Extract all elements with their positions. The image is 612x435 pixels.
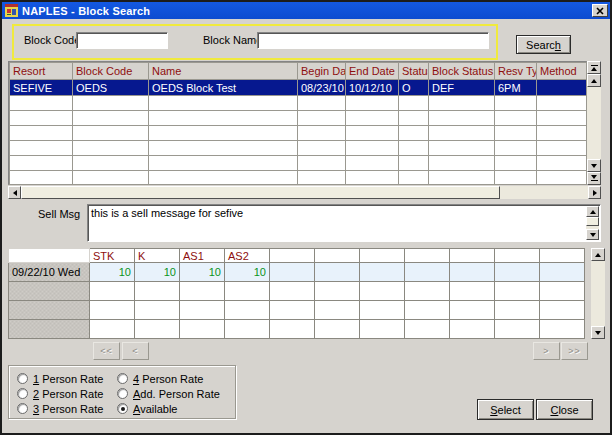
radio-icon[interactable] [117, 388, 128, 399]
rate-grid-scroll-up-button[interactable] [591, 248, 605, 261]
radio-option-2-person-rate[interactable]: 2 Person Rate [17, 387, 103, 400]
table-row-empty [10, 126, 588, 141]
column-header: Resort [10, 63, 73, 80]
table-cell[interactable]: DEF [429, 80, 495, 96]
arrow-right-icon [593, 190, 597, 196]
radio-icon[interactable] [117, 373, 128, 384]
rate-cell [90, 282, 135, 301]
rate-cell [540, 320, 585, 339]
rate-column-header [270, 249, 315, 263]
sell-msg-scroll-down-button[interactable] [586, 229, 599, 240]
scroll-left-button[interactable] [8, 186, 21, 199]
rate-cell [180, 282, 225, 301]
table-row[interactable]: SEFIVEOEDSOEDS Block Test08/23/1010/12/1… [10, 80, 588, 96]
sell-msg-scrollbar[interactable] [586, 206, 599, 240]
close-button[interactable]: Close [536, 399, 593, 420]
block-code-input[interactable] [76, 32, 168, 49]
radio-option-1-person-rate[interactable]: 1 Person Rate [17, 372, 103, 385]
rate-grid-container: STKKAS1AS209/22/10 Wed10101010 [8, 248, 585, 339]
rate-cell [270, 301, 315, 320]
rate-cell [495, 320, 540, 339]
scroll-top-icon [591, 65, 598, 66]
select-button[interactable]: Select [477, 399, 534, 420]
scroll-right-button[interactable] [588, 186, 601, 199]
rate-cell [225, 282, 270, 301]
rate-grid-row [9, 301, 585, 320]
sell-msg-text: this is a sell message for sefive [91, 207, 584, 219]
rate-cell [450, 320, 495, 339]
rate-cell [180, 320, 225, 339]
radio-icon[interactable] [17, 403, 28, 414]
rate-column-header: STK [90, 249, 135, 263]
block-name-input[interactable] [257, 32, 489, 49]
radio-option-add-person-rate[interactable]: Add. Person Rate [117, 387, 220, 400]
rate-cell [90, 320, 135, 339]
table-cell[interactable]: SEFIVE [10, 80, 73, 96]
last-page-button[interactable]: >> [561, 342, 588, 360]
scroll-up-button[interactable] [587, 74, 601, 87]
search-button[interactable]: Search [516, 35, 571, 54]
radio-icon[interactable] [17, 388, 28, 399]
radio-option-available[interactable]: Available [117, 402, 177, 415]
next-page-button[interactable]: > [533, 342, 560, 360]
rate-cell [180, 301, 225, 320]
first-page-button[interactable]: << [93, 342, 120, 360]
arrow-down-icon [591, 164, 597, 168]
radio-option-4-person-rate[interactable]: 4 Person Rate [117, 372, 203, 385]
sell-msg-textarea[interactable]: this is a sell message for sefive [87, 204, 601, 242]
column-header: Name [149, 63, 298, 80]
radio-label: 1 Person Rate [33, 373, 103, 385]
rate-grid-scrollbar[interactable] [591, 248, 605, 339]
radio-label: 2 Person Rate [33, 388, 103, 400]
rate-cell [450, 301, 495, 320]
rate-cell [360, 282, 405, 301]
rate-cell [495, 301, 540, 320]
table-row-empty [10, 141, 588, 156]
column-header: End Date [346, 63, 399, 80]
column-header: Resv Type [495, 63, 537, 80]
results-vertical-scrollbar[interactable] [587, 61, 601, 185]
scroll-to-top-button[interactable] [587, 61, 601, 74]
title-bar: NAPLES - Block Search [2, 2, 610, 19]
rate-cell [405, 263, 450, 282]
table-cell[interactable]: OEDS Block Test [149, 80, 298, 96]
rate-grid-row: 09/22/10 Wed10101010 [9, 263, 585, 282]
radio-label: Available [133, 403, 177, 415]
table-row-empty [10, 171, 588, 186]
rate-grid-scroll-down-button[interactable] [591, 326, 605, 339]
rate-column-header: AS2 [225, 249, 270, 263]
rate-grid: STKKAS1AS209/22/10 Wed10101010 [8, 248, 585, 339]
date-row-label [9, 282, 90, 301]
previous-page-button[interactable]: < [122, 342, 149, 360]
table-cell[interactable]: 10/12/10 [346, 80, 399, 96]
table-cell[interactable]: 08/23/10 [298, 80, 346, 96]
rate-grid-row [9, 282, 585, 301]
arrow-up-icon [591, 79, 597, 83]
close-icon [596, 7, 604, 15]
radio-selected-icon[interactable] [117, 403, 128, 414]
table-row-empty [10, 156, 588, 171]
results-horizontal-scrollbar[interactable] [8, 186, 601, 199]
radio-label: Add. Person Rate [133, 388, 220, 400]
table-row-empty [10, 111, 588, 126]
rate-cell [225, 301, 270, 320]
table-cell[interactable]: O [399, 80, 429, 96]
rate-column-header [405, 249, 450, 263]
column-header: Block Status [429, 63, 495, 80]
sell-msg-scroll-thumb[interactable] [586, 217, 599, 226]
radio-icon[interactable] [17, 373, 28, 384]
table-cell[interactable]: 6PM [495, 80, 537, 96]
radio-option-3-person-rate[interactable]: 3 Person Rate [17, 402, 103, 415]
close-window-button[interactable] [592, 4, 608, 17]
scroll-to-bottom-button[interactable] [587, 172, 601, 185]
scroll-down-button[interactable] [587, 159, 601, 172]
sell-msg-scroll-up-button[interactable] [586, 206, 599, 217]
rate-cell [495, 263, 540, 282]
table-cell[interactable] [537, 80, 588, 96]
arrow-down-icon [595, 331, 601, 335]
arrow-up-icon [595, 253, 601, 257]
horizontal-scroll-thumb[interactable] [21, 186, 500, 199]
column-header: Status [399, 63, 429, 80]
sell-msg-label: Sell Msg [38, 207, 80, 221]
table-cell[interactable]: OEDS [73, 80, 149, 96]
